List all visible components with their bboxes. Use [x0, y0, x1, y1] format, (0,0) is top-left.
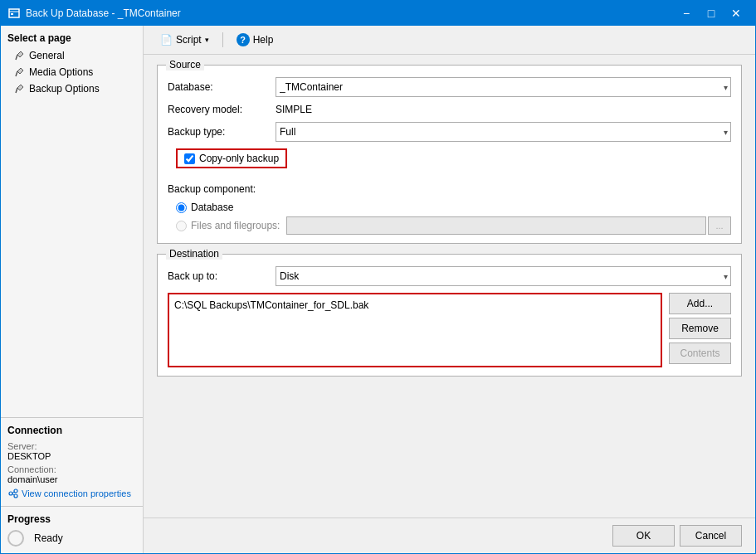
- cancel-button[interactable]: Cancel: [680, 525, 742, 547]
- content-area: Source Database: _TMContainer ▾: [144, 55, 755, 518]
- connection-label: Connection:: [7, 464, 136, 474]
- svg-point-7: [14, 489, 17, 493]
- svg-line-4: [16, 71, 17, 76]
- window-title: Back Up Database - _TMContainer: [26, 7, 674, 19]
- recovery-model-value: SIMPLE: [276, 102, 312, 117]
- database-radio-label: Database: [191, 202, 233, 213]
- progress-status: Ready: [34, 532, 63, 544]
- main-window: Back Up Database - _TMContainer − □ ✕ Se…: [0, 0, 756, 554]
- connection-block: Connection Server: DESKTOP Connection: d…: [1, 418, 143, 506]
- contents-button[interactable]: Contents: [669, 343, 731, 364]
- backup-type-row: Backup type: Full Differential Transacti…: [168, 122, 731, 142]
- sidebar-media-options-label: Media Options: [29, 66, 93, 78]
- script-label: Script: [176, 34, 202, 46]
- database-control: _TMContainer ▾: [276, 77, 731, 97]
- select-page-title: Select a page: [1, 26, 143, 47]
- remove-button[interactable]: Remove: [669, 318, 731, 339]
- svg-point-8: [14, 494, 17, 498]
- window-controls: − □ ✕: [674, 1, 749, 26]
- backup-type-select-wrapper: Full Differential Transaction Log ▾: [276, 122, 731, 142]
- backup-type-control: Full Differential Transaction Log ▾: [276, 122, 731, 142]
- recovery-model-label: Recovery model:: [168, 104, 276, 115]
- view-connection-label: View connection properties: [22, 488, 131, 498]
- add-button[interactable]: Add...: [669, 293, 731, 314]
- back-up-to-row: Back up to: Disk URL Tape ▾: [168, 266, 731, 286]
- back-up-to-control: Disk URL Tape ▾: [276, 266, 731, 286]
- ok-button[interactable]: OK: [612, 525, 675, 547]
- svg-point-6: [9, 492, 12, 495]
- destination-buttons: Add... Remove Contents: [669, 293, 731, 364]
- help-button[interactable]: ? Help: [230, 31, 280, 49]
- toolbar-separator: [222, 32, 223, 47]
- recovery-model-row: Recovery model: SIMPLE: [168, 104, 731, 115]
- copy-only-label[interactable]: Copy-only backup: [176, 148, 287, 168]
- connection-icon: [7, 488, 19, 499]
- destination-group: Destination Back up to: Disk URL Tape: [157, 254, 742, 377]
- window-icon: [7, 7, 21, 20]
- toolbar: 📄 Script ▾ ? Help: [144, 26, 755, 55]
- connection-section: Connection Server: DESKTOP Connection: d…: [1, 417, 143, 506]
- svg-line-10: [12, 494, 14, 496]
- restore-button[interactable]: □: [699, 1, 724, 26]
- files-browse-button[interactable]: ...: [708, 216, 731, 235]
- recovery-model-control: SIMPLE: [276, 104, 731, 115]
- progress-row: Ready: [7, 530, 136, 547]
- destination-group-content: Back up to: Disk URL Tape ▾: [158, 255, 741, 376]
- sidebar: Select a page General Media Options: [1, 26, 144, 553]
- main-content: Select a page General Media Options: [1, 26, 755, 553]
- svg-rect-0: [9, 9, 19, 17]
- script-dropdown-arrow: ▾: [205, 36, 209, 44]
- database-select[interactable]: _TMContainer: [276, 77, 731, 97]
- svg-line-9: [12, 492, 14, 493]
- files-text-input[interactable]: [286, 216, 706, 235]
- destination-group-title: Destination: [166, 248, 222, 260]
- sidebar-item-backup-options[interactable]: Backup Options: [1, 80, 143, 97]
- footer: OK Cancel: [144, 518, 755, 553]
- database-label: Database:: [168, 81, 276, 93]
- wrench-icon: [14, 50, 26, 61]
- svg-line-3: [16, 55, 17, 60]
- destination-list[interactable]: C:\SQL Backups\TMContainer_for_SDL.bak: [168, 293, 662, 367]
- database-row: Database: _TMContainer ▾: [168, 77, 731, 97]
- files-radio[interactable]: [176, 221, 187, 231]
- connection-title: Connection: [7, 425, 136, 436]
- script-button[interactable]: 📄 Script ▾: [154, 32, 216, 48]
- sidebar-general-label: General: [29, 50, 65, 61]
- sidebar-item-media-options[interactable]: Media Options: [1, 64, 143, 80]
- copy-only-checkbox[interactable]: [184, 153, 195, 164]
- backup-type-select[interactable]: Full Differential Transaction Log: [276, 122, 731, 142]
- back-up-to-select[interactable]: Disk URL Tape: [276, 266, 731, 286]
- source-group-content: Database: _TMContainer ▾ Rec: [158, 66, 741, 243]
- progress-spinner: [7, 530, 24, 547]
- svg-line-5: [16, 88, 17, 93]
- close-button[interactable]: ✕: [724, 1, 749, 26]
- connection-value: domain\user: [7, 474, 136, 484]
- wrench-icon-2: [14, 66, 26, 78]
- svg-rect-2: [11, 13, 13, 15]
- database-radio-row: Database: [168, 202, 731, 213]
- script-icon: 📄: [160, 34, 173, 46]
- source-group-title: Source: [166, 59, 204, 70]
- copy-only-text: Copy-only backup: [199, 153, 279, 164]
- database-select-wrapper: _TMContainer ▾: [276, 77, 731, 97]
- view-connection-link[interactable]: View connection properties: [7, 488, 136, 499]
- sidebar-backup-options-label: Backup Options: [29, 83, 100, 95]
- help-icon: ?: [237, 33, 250, 46]
- destination-list-area: C:\SQL Backups\TMContainer_for_SDL.bak A…: [168, 293, 731, 367]
- right-panel: 📄 Script ▾ ? Help Source: [144, 26, 755, 553]
- backup-component-row: Backup component:: [168, 183, 731, 195]
- source-group: Source Database: _TMContainer ▾: [157, 65, 742, 244]
- database-radio[interactable]: [176, 202, 187, 213]
- backup-component-label: Backup component:: [168, 183, 276, 195]
- progress-title: Progress: [7, 513, 136, 525]
- files-radio-row: Files and filegroups: ...: [168, 216, 731, 235]
- wrench-icon-3: [14, 83, 26, 95]
- back-up-to-select-wrapper: Disk URL Tape ▾: [276, 266, 731, 286]
- destination-path: C:\SQL Backups\TMContainer_for_SDL.bak: [173, 298, 657, 313]
- minimize-button[interactable]: −: [674, 1, 699, 26]
- server-label: Server:: [7, 441, 136, 451]
- copy-only-row: Copy-only backup: [168, 148, 731, 175]
- help-label: Help: [253, 34, 274, 46]
- sidebar-item-general[interactable]: General: [1, 47, 143, 64]
- progress-section: Progress Ready: [1, 506, 143, 553]
